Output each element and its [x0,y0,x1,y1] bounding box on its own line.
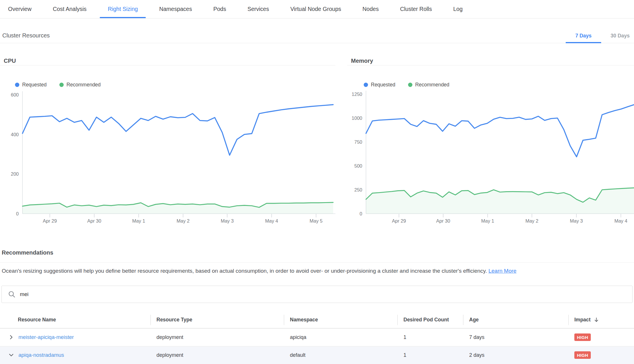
requested-legend-item: Requested [15,82,47,88]
memory-chart-panel: Memory RequestedRecommended 025050075010… [347,43,634,225]
search-input[interactable] [19,291,632,298]
column-header-resource-name[interactable]: Resource Name [0,312,150,328]
svg-text:May 4: May 4 [265,218,278,223]
tab-overview[interactable]: Overview [0,0,39,18]
desired-pod-count-cell: 1 [397,328,463,346]
main-tab-bar: OverviewCost AnalysisRight SizingNamespa… [0,0,634,18]
cpu-chart-panel: CPU RequestedRecommended 0200400600Apr 2… [0,43,335,225]
tab-pods[interactable]: Pods [205,0,234,18]
recommended-legend-item: Recommended [59,82,101,88]
resource-name-link[interactable]: apiqa-nostradamus [18,352,64,358]
range-selector: 7 Days30 Days [566,28,634,43]
svg-text:May 2: May 2 [177,218,190,223]
requested-legend-label: Requested [371,82,395,88]
svg-text:May 1: May 1 [132,218,145,223]
table-row: apiqa-nostradamusdeploymentdefault12 day… [0,346,634,364]
column-header-resource-type[interactable]: Resource Type [150,312,284,328]
recommendations-description-text: Ocean's resizing suggestions will help y… [2,268,487,274]
search-box [1,286,633,303]
recommendations-table: Resource Name Resource Type Namespace De… [0,312,634,364]
search-icon [8,291,16,298]
svg-text:0: 0 [16,211,19,216]
resource-name-cell: meister-apiciqa-meister [0,328,150,346]
impact-badge: HIGH [574,333,591,341]
recommendations-description: Ocean's resizing suggestions will help y… [2,268,622,275]
svg-text:May 1: May 1 [481,218,494,223]
tab-virtual-node-groups[interactable]: Virtual Node Groups [282,0,349,18]
sort-descending-icon[interactable] [594,317,599,323]
column-header-desired-pod-count[interactable]: Desired Pod Count [397,312,463,328]
cluster-resources-title: Cluster Resources [2,32,50,39]
age-cell: 2 days [463,346,568,364]
svg-text:Apr 29: Apr 29 [43,218,57,223]
recommended-legend-label: Recommended [67,82,101,88]
svg-text:500: 500 [354,163,362,168]
age-cell: 7 days [463,328,568,346]
svg-text:400: 400 [11,132,19,137]
recommended-legend-dot [408,83,412,87]
svg-text:750: 750 [354,139,362,145]
impact-cell: HIGH [568,346,634,364]
recommendations-section: Recommendations Ocean's resizing suggest… [0,245,634,275]
tab-services[interactable]: Services [239,0,277,18]
impact-cell: HIGH [568,328,634,346]
recommended-legend-dot [59,83,64,87]
tab-log[interactable]: Log [445,0,471,18]
svg-text:May 3: May 3 [570,218,583,223]
svg-text:200: 200 [11,171,19,177]
impact-badge: HIGH [574,351,591,359]
section-divider [0,262,634,263]
svg-text:250: 250 [354,187,362,192]
tab-namespaces[interactable]: Namespaces [151,0,200,18]
svg-text:May 5: May 5 [310,218,322,223]
memory-chart-title: Memory [347,43,634,65]
column-header-age[interactable]: Age [463,312,568,328]
svg-text:May 3: May 3 [221,218,234,223]
requested-legend-dot [364,83,368,87]
tab-right-sizing[interactable]: Right Sizing [100,0,146,18]
memory-chart-legend: RequestedRecommended [364,82,634,88]
resource-type-cell: deployment [150,328,284,346]
cpu-chart-legend: RequestedRecommended [15,82,335,88]
cpu-chart: 0200400600Apr 29Apr 30May 1May 2May 3May… [0,90,335,225]
requested-legend-item: Requested [364,82,395,88]
recommended-legend-item: Recommended [408,82,450,88]
namespace-cell: apiciqa [284,328,397,346]
range-tab-30-days[interactable]: 30 Days [601,28,634,43]
svg-text:May 2: May 2 [525,218,538,223]
namespace-cell: default [284,346,397,364]
resource-name-link[interactable]: meister-apiciqa-meister [18,334,74,340]
table-row: meister-apiciqa-meisterdeploymentapiciqa… [0,328,634,346]
column-header-impact[interactable]: Impact [568,312,634,328]
resource-type-cell: deployment [150,346,284,364]
main-tab-bar-list: OverviewCost AnalysisRight SizingNamespa… [0,0,634,18]
cluster-resources-header: Cluster Resources 7 Days30 Days [0,18,634,43]
cpu-chart-title: CPU [0,43,335,65]
tab-nodes[interactable]: Nodes [354,0,387,18]
requested-legend-dot [15,83,19,87]
recommended-legend-label: Recommended [415,82,450,88]
column-header-namespace[interactable]: Namespace [284,312,397,328]
svg-text:Apr 30: Apr 30 [87,218,101,223]
requested-legend-label: Requested [22,82,47,88]
range-tab-7-days[interactable]: 7 Days [566,28,601,43]
impact-column-label: Impact [574,317,590,323]
table-header-row: Resource Name Resource Type Namespace De… [0,312,634,328]
svg-text:0: 0 [360,211,362,216]
memory-chart: 025050075010001250Apr 29Apr 30May 1May 2… [347,90,634,225]
chevron-down-icon[interactable] [9,352,14,358]
svg-text:1000: 1000 [352,115,362,121]
svg-text:May 4: May 4 [614,218,627,223]
svg-text:Apr 29: Apr 29 [392,218,406,223]
svg-text:1250: 1250 [352,92,362,97]
svg-text:Apr 30: Apr 30 [436,218,450,223]
chevron-right-icon[interactable] [9,335,14,340]
desired-pod-count-cell: 1 [397,346,463,364]
recommendations-title: Recommendations [2,249,634,256]
learn-more-link[interactable]: Learn More [488,268,516,274]
tab-cluster-rolls[interactable]: Cluster Rolls [392,0,440,18]
resource-name-cell: apiqa-nostradamus [0,346,150,364]
svg-text:600: 600 [11,92,19,97]
tab-cost-analysis[interactable]: Cost Analysis [45,0,95,18]
table-body: meister-apiciqa-meisterdeploymentapiciqa… [0,328,634,364]
